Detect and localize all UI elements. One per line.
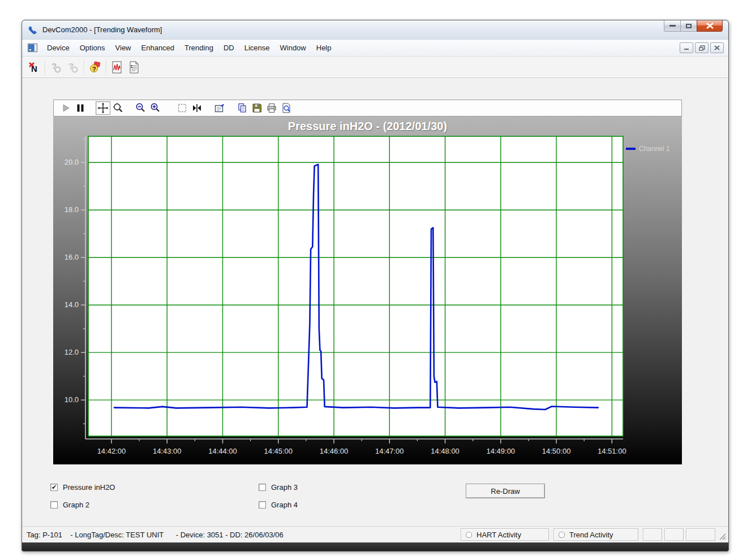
title-bar[interactable]: DevCom2000 - [Trending Waveform] bbox=[22, 20, 728, 40]
play-button[interactable] bbox=[58, 101, 73, 115]
graph1-checkbox[interactable] bbox=[50, 484, 58, 491]
svg-text:14:45:00: 14:45:00 bbox=[264, 447, 293, 455]
mdi-restore-button[interactable] bbox=[695, 42, 709, 53]
save-button[interactable] bbox=[250, 101, 264, 115]
svg-text:14:49:00: 14:49:00 bbox=[487, 447, 516, 455]
graph3-checkbox[interactable] bbox=[259, 484, 266, 491]
graph4-checkbox-label: Graph 4 bbox=[271, 501, 298, 509]
svg-text:20.0: 20.0 bbox=[65, 158, 79, 166]
chart-legend: Channel 1 bbox=[626, 145, 670, 153]
svg-text:?: ? bbox=[51, 61, 57, 71]
close-icon bbox=[706, 23, 714, 29]
zoom-window-icon bbox=[112, 102, 123, 114]
copy-icon bbox=[237, 102, 248, 114]
svg-text:16.0: 16.0 bbox=[65, 253, 79, 261]
properties-icon bbox=[214, 102, 225, 114]
pause-button[interactable] bbox=[73, 101, 88, 115]
zoom-out-button[interactable] bbox=[133, 101, 148, 115]
close-button[interactable] bbox=[697, 20, 723, 32]
minimize-button[interactable] bbox=[664, 20, 681, 32]
svg-text:?: ? bbox=[92, 66, 96, 72]
document-icon bbox=[127, 61, 141, 74]
svg-text:?: ? bbox=[68, 61, 74, 71]
menu-help[interactable]: Help bbox=[311, 41, 337, 54]
preview-button[interactable] bbox=[279, 101, 294, 115]
toolbar-separator bbox=[106, 61, 106, 74]
new-device-disconnect-icon: N bbox=[27, 61, 41, 74]
maximize-icon bbox=[686, 24, 692, 28]
status-bar: Tag: P-101 - LongTag/Desc: TEST UNIT - D… bbox=[22, 526, 728, 542]
menu-view[interactable]: View bbox=[110, 41, 136, 54]
mdi-restore-icon bbox=[699, 45, 705, 51]
trend-activity-led bbox=[559, 532, 565, 538]
print-button[interactable] bbox=[264, 101, 279, 115]
svg-text:10.0: 10.0 bbox=[65, 395, 79, 404]
pause-icon bbox=[75, 102, 86, 114]
trend-chart-plot[interactable]: 14:42:0014:43:0014:44:0014:45:0014:46:00… bbox=[53, 117, 682, 464]
trend-chart-panel[interactable]: Pressure inH2O - (2012/01/30) 14:42:0014… bbox=[53, 117, 682, 464]
mdi-child-icon bbox=[28, 44, 37, 52]
preview-icon bbox=[281, 102, 292, 114]
mdi-close-icon bbox=[714, 45, 720, 50]
device-help-button[interactable]: ? bbox=[87, 59, 104, 75]
window-title: DevCom2000 - [Trending Waveform] bbox=[42, 25, 162, 34]
poll-address-icon: ? bbox=[66, 61, 80, 74]
new-device-disconnect-button[interactable]: N bbox=[25, 59, 42, 75]
channel1-legend-label: Channel 1 bbox=[639, 145, 670, 153]
menu-enhanced[interactable]: Enhanced bbox=[136, 41, 180, 54]
trend-file-button[interactable] bbox=[109, 59, 126, 75]
svg-text:14:48:00: 14:48:00 bbox=[431, 447, 460, 455]
menu-device[interactable]: Device bbox=[42, 41, 75, 54]
properties-button[interactable] bbox=[212, 101, 227, 115]
svg-text:14:46:00: 14:46:00 bbox=[320, 447, 349, 455]
cursor-align-button[interactable] bbox=[190, 101, 204, 115]
graph1-checkbox-row: Pressure inH2O bbox=[50, 483, 115, 492]
client-area: Pressure inH2O - (2012/01/30) 14:42:0014… bbox=[22, 78, 728, 526]
redraw-button[interactable]: Re-Draw bbox=[466, 484, 545, 498]
graph2-checkbox[interactable] bbox=[50, 501, 58, 509]
zoom-window-button[interactable] bbox=[110, 101, 125, 115]
device-help-icon: ? bbox=[88, 61, 102, 74]
menu-license[interactable]: License bbox=[239, 41, 275, 54]
graph4-checkbox[interactable] bbox=[259, 501, 266, 509]
svg-text:18.0: 18.0 bbox=[65, 205, 79, 214]
poll-address-button[interactable]: ? bbox=[65, 59, 81, 75]
svg-text:14:43:00: 14:43:00 bbox=[153, 447, 182, 455]
pan-button[interactable] bbox=[96, 101, 110, 115]
graph4-checkbox-row: Graph 4 bbox=[259, 501, 298, 509]
menu-options[interactable]: Options bbox=[75, 41, 110, 54]
status-panel-empty bbox=[664, 528, 684, 541]
cursor-align-icon bbox=[191, 102, 203, 114]
toolbar-separator bbox=[45, 61, 45, 74]
device-info-text: Tag: P-101 - LongTag/Desc: TEST UNIT - D… bbox=[22, 531, 284, 539]
hart-activity-led bbox=[466, 532, 472, 538]
zoom-out-icon bbox=[135, 102, 146, 114]
chart-toolbar bbox=[53, 100, 682, 117]
zoom-in-button[interactable] bbox=[148, 101, 162, 115]
pan-icon bbox=[97, 102, 109, 114]
maximize-button[interactable] bbox=[680, 20, 697, 32]
hart-activity-label: HART Activity bbox=[476, 531, 521, 539]
hart-activity-panel: HART Activity bbox=[461, 528, 549, 541]
copy-button[interactable] bbox=[235, 101, 250, 115]
svg-text:14:44:00: 14:44:00 bbox=[208, 447, 237, 455]
app-window: DevCom2000 - [Trending Waveform] Device … bbox=[22, 20, 729, 552]
trend-activity-panel: Trend Activity bbox=[553, 528, 638, 541]
menu-trending[interactable]: Trending bbox=[179, 41, 218, 54]
save-icon bbox=[251, 102, 263, 114]
toolbar-separator bbox=[84, 61, 84, 74]
mdi-minimize-button[interactable] bbox=[680, 42, 693, 53]
status-panel-empty bbox=[686, 528, 715, 541]
document-view-button[interactable] bbox=[126, 59, 143, 75]
menu-window[interactable]: Window bbox=[275, 41, 311, 54]
svg-text:14:47:00: 14:47:00 bbox=[375, 447, 404, 455]
graph1-checkbox-label: Pressure inH2O bbox=[63, 483, 115, 492]
mdi-close-button[interactable] bbox=[710, 42, 724, 53]
select-region-button[interactable] bbox=[175, 101, 190, 115]
phone-icon bbox=[28, 25, 38, 35]
trend-activity-label: Trend Activity bbox=[569, 531, 613, 539]
poll-device-button[interactable]: ? bbox=[48, 59, 65, 75]
resize-grip[interactable] bbox=[719, 533, 727, 541]
svg-text:12.0: 12.0 bbox=[65, 348, 79, 356]
menu-dd[interactable]: DD bbox=[218, 41, 239, 54]
